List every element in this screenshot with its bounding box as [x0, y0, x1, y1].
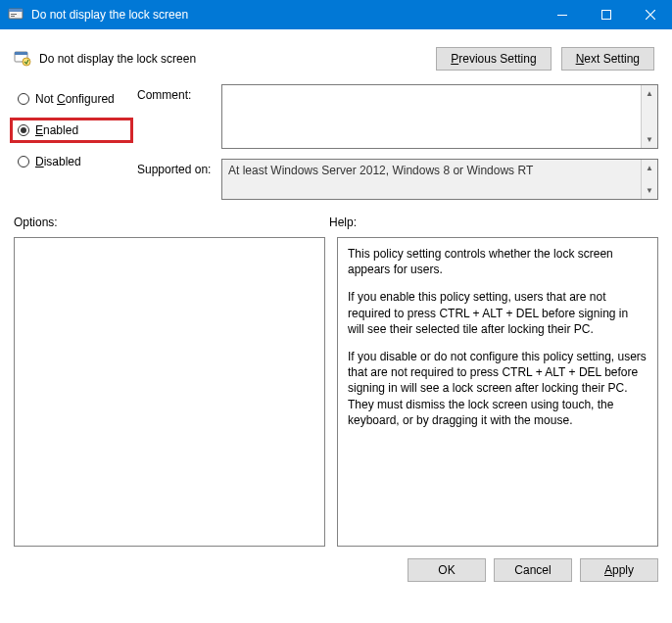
radio-circle-icon — [18, 156, 29, 168]
lower-labels: Options: Help: — [14, 216, 658, 229]
ok-button[interactable]: OK — [408, 558, 486, 582]
maximize-button[interactable] — [584, 0, 628, 29]
comment-textarea[interactable] — [222, 85, 641, 148]
svg-rect-4 — [557, 15, 567, 16]
radio-disabled[interactable]: Disabled — [14, 153, 129, 170]
nav-buttons: Previous Setting Next Setting — [436, 47, 654, 71]
options-panel — [14, 237, 325, 547]
svg-rect-3 — [11, 16, 15, 17]
dialog-content: Do not display the lock screen Previous … — [0, 29, 672, 547]
radio-label: Disabled — [35, 155, 81, 168]
scroll-down-icon[interactable]: ▼ — [642, 182, 657, 199]
radio-circle-icon — [18, 93, 29, 105]
radio-circle-icon — [18, 124, 29, 136]
state-column: Not Configured Enabled Disabled — [14, 84, 129, 210]
comment-field-wrap: ▲ ▼ — [221, 84, 658, 149]
radio-label: Enabled — [35, 123, 78, 137]
window-title: Do not display the lock screen — [31, 8, 540, 22]
comment-scrollbar: ▲ ▼ — [641, 85, 657, 148]
supported-row: Supported on: At least Windows Server 20… — [137, 159, 658, 200]
scroll-up-icon[interactable]: ▲ — [642, 85, 657, 102]
apply-button[interactable]: Apply — [580, 558, 658, 582]
lower-section: This policy setting controls whether the… — [14, 237, 658, 547]
caption-buttons — [540, 0, 672, 29]
previous-setting-button[interactable]: Previous Setting — [436, 47, 551, 71]
svg-rect-5 — [601, 11, 610, 20]
cancel-button[interactable]: Cancel — [494, 558, 572, 582]
policy-window-icon — [8, 7, 24, 23]
policy-icon — [14, 50, 31, 68]
help-paragraph: If you disable or do not configure this … — [348, 349, 648, 428]
supported-value: At least Windows Server 2012, Windows 8 … — [222, 160, 641, 199]
options-label: Options: — [14, 216, 329, 229]
supported-scrollbar: ▲ ▼ — [641, 160, 657, 199]
header-row: Do not display the lock screen Previous … — [14, 41, 658, 76]
title-bar: Do not display the lock screen — [0, 0, 672, 29]
supported-label: Supported on: — [137, 159, 221, 200]
help-label: Help: — [329, 216, 357, 229]
scroll-up-icon[interactable]: ▲ — [642, 160, 657, 176]
scroll-down-icon[interactable]: ▼ — [642, 131, 657, 148]
radio-label: Not Configured — [35, 92, 115, 106]
state-radio-group: Not Configured Enabled Disabled — [14, 90, 129, 170]
comment-label: Comment: — [137, 84, 221, 149]
svg-rect-1 — [9, 9, 23, 12]
comment-row: Comment: ▲ ▼ — [137, 84, 658, 149]
help-paragraph: If you enable this policy setting, users… — [348, 289, 648, 337]
policy-title: Do not display the lock screen — [39, 52, 436, 66]
svg-rect-2 — [11, 14, 17, 15]
help-paragraph: This policy setting controls whether the… — [348, 246, 648, 277]
svg-rect-7 — [15, 52, 27, 55]
help-text: This policy setting controls whether the… — [338, 238, 657, 546]
radio-not-configured[interactable]: Not Configured — [14, 90, 129, 108]
dialog-footer: OK Cancel Apply — [0, 547, 672, 582]
next-setting-button[interactable]: Next Setting — [561, 47, 654, 71]
upper-section: Not Configured Enabled Disabled Comment: — [14, 84, 658, 210]
minimize-button[interactable] — [540, 0, 584, 29]
close-button[interactable] — [628, 0, 672, 29]
radio-enabled[interactable]: Enabled — [14, 121, 129, 139]
fields-column: Comment: ▲ ▼ Supported on: At least Wind… — [137, 84, 658, 210]
supported-field-wrap: At least Windows Server 2012, Windows 8 … — [221, 159, 658, 200]
help-panel: This policy setting controls whether the… — [337, 237, 658, 547]
